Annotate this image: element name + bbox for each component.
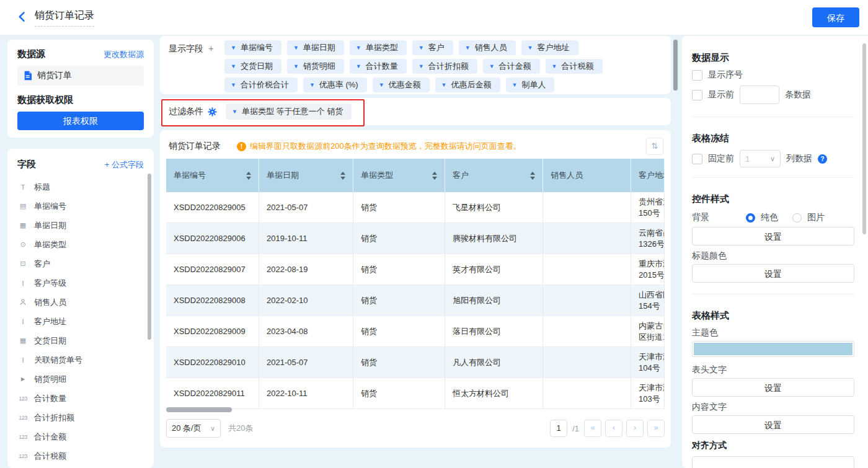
title-color-set-button[interactable]: 设置 xyxy=(692,264,854,283)
display-field-chip[interactable]: ▼合计税额 xyxy=(546,59,603,74)
add-field-icon[interactable]: + xyxy=(208,43,214,53)
freeze-columns-checkbox[interactable] xyxy=(692,154,702,164)
header-text-set-button[interactable]: 设置 xyxy=(692,378,854,397)
field-item[interactable]: 123合计金额 xyxy=(7,427,148,446)
display-field-chip[interactable]: ▼交货日期 xyxy=(224,59,281,74)
settings-panel: 数据显示 显示序号 显示前 条数据 表格冻结 固定前 1 ∨ 列数据 ? 控件样… xyxy=(682,36,868,468)
display-field-chip[interactable]: ▼合计折扣额 xyxy=(412,59,477,74)
freeze-unit-label: 列数据 xyxy=(786,153,812,164)
sort-icon[interactable] xyxy=(340,172,345,180)
prev-page-button[interactable]: ‹ xyxy=(605,420,622,437)
chevron-down-icon: ▼ xyxy=(231,82,236,88)
field-item[interactable]: 123合计折扣额 xyxy=(7,408,148,427)
display-field-chip[interactable]: ▼销售人员 xyxy=(459,40,516,55)
field-item[interactable]: ⊡客户 xyxy=(7,254,148,273)
fields-card: 字段 + 公式字段 T标题▤单据编号▦单据日期⊙单据类型⊡客户I客户等级销售人员… xyxy=(7,149,154,468)
sort-icon[interactable] xyxy=(246,172,251,180)
field-item[interactable]: ▤单据编号 xyxy=(7,196,148,216)
change-datasource-link[interactable]: 更改数据源 xyxy=(104,49,144,60)
display-field-chip[interactable]: ▼单据编号 xyxy=(224,40,281,55)
table-cell-address: 山西省阳154号 xyxy=(631,285,665,316)
table-row[interactable]: XSDD202208290072022-08-19销货英才有限公司重庆市渝201… xyxy=(166,254,665,285)
table-cell: XSDD20220829005 xyxy=(166,192,259,223)
column-header[interactable]: 销售人员 xyxy=(543,159,631,192)
display-field-chip[interactable]: ▼客户 xyxy=(412,40,453,55)
table-row[interactable]: XSDD202208290092023-04-08销货落日有限公司内蒙古自区街道… xyxy=(166,316,665,347)
report-permission-button[interactable]: 报表权限 xyxy=(17,112,144,130)
fields-scrollbar[interactable] xyxy=(148,174,151,340)
field-item[interactable]: I关联销货单号 xyxy=(7,350,148,369)
field-item[interactable]: ▦单据日期 xyxy=(7,216,148,235)
table-cell: 2021-05-07 xyxy=(259,347,353,377)
display-field-chip[interactable]: ▼优惠率 (%) xyxy=(303,77,367,92)
help-icon[interactable]: ? xyxy=(818,154,827,164)
datasource-title: 数据源 xyxy=(17,48,45,60)
settings-scrollbar[interactable] xyxy=(862,43,866,234)
display-field-chip[interactable]: ▼合计金额 xyxy=(483,59,540,74)
display-field-chip[interactable]: ▼销货明细 xyxy=(287,59,344,74)
display-field-chip[interactable]: ▼合计数量 xyxy=(350,59,407,74)
display-field-chip[interactable]: ▼客户地址 xyxy=(521,40,578,55)
display-field-chip[interactable]: ▼制单人 xyxy=(506,77,555,92)
table-row[interactable]: XSDD202208290052021-05-07销货飞星材料公司贵州省遵150… xyxy=(166,192,665,223)
table-row[interactable]: XSDD202208290062019-10-11销货腾骏材料有限公司云南省昆1… xyxy=(166,223,665,254)
field-item[interactable]: ▶销货明细 xyxy=(7,369,148,389)
sort-order-button[interactable]: ⇅ xyxy=(646,138,663,155)
table-row[interactable]: XSDD202208290082022-02-10销货旭阳有限公司山西省阳154… xyxy=(166,285,665,316)
content-text-set-button[interactable]: 设置 xyxy=(692,415,854,434)
column-header[interactable]: 单据类型 xyxy=(353,159,445,192)
display-field-chip[interactable]: ▼优惠后金额 xyxy=(435,77,500,92)
data-table: 单据编号单据日期单据类型客户销售人员客户地址 XSDD2022082900520… xyxy=(166,159,665,409)
image-radio[interactable] xyxy=(792,213,802,223)
first-page-button[interactable]: « xyxy=(584,420,601,437)
table-cell: 销货 xyxy=(353,223,445,254)
sort-icon[interactable] xyxy=(432,172,437,180)
column-header[interactable]: 单据编号 xyxy=(166,159,259,192)
solid-color-radio[interactable] xyxy=(746,213,755,223)
gear-icon[interactable] xyxy=(208,107,217,117)
formula-field-link[interactable]: + 公式字段 xyxy=(105,159,144,170)
table-cell: 2022-10-11 xyxy=(259,378,353,408)
table-row[interactable]: XSDD202208290112022-10-11销货恒太方材料公司天津市滨10… xyxy=(166,378,665,409)
next-page-button[interactable]: › xyxy=(626,420,644,437)
field-item[interactable]: 123合计税额 xyxy=(7,446,148,466)
current-page-input[interactable]: 1 xyxy=(550,420,567,437)
display-field-chip[interactable]: ▼优惠金额 xyxy=(373,77,430,92)
datasource-item[interactable]: 销货订单 xyxy=(17,66,144,86)
column-header[interactable]: 客户地址 xyxy=(631,159,665,192)
table-horizontal-scrollbar[interactable] xyxy=(166,407,232,412)
theme-color-swatch[interactable] xyxy=(692,341,854,357)
chevron-down-icon: ▼ xyxy=(293,63,299,69)
field-item[interactable]: I客户等级 xyxy=(7,273,148,293)
show-top-checkbox[interactable] xyxy=(692,90,702,100)
field-item[interactable]: I客户地址 xyxy=(7,312,148,331)
filter-card: 过滤条件 ▼ 单据类型 等于任意一个 销货 xyxy=(160,98,671,125)
display-field-chip[interactable]: ▼单据日期 xyxy=(287,40,344,55)
field-item[interactable]: 123合计数量 xyxy=(7,389,148,408)
page-size-select[interactable]: 20 条/页 ∨ xyxy=(166,419,221,438)
column-header[interactable]: 客户 xyxy=(445,159,543,192)
show-index-checkbox[interactable] xyxy=(692,70,702,81)
save-button[interactable]: 保存 xyxy=(812,7,859,27)
middle-scrollbar[interactable] xyxy=(673,40,678,91)
last-page-button[interactable]: » xyxy=(647,420,665,437)
back-icon[interactable] xyxy=(16,11,30,24)
freeze-count-select[interactable]: 1 ∨ xyxy=(740,150,781,167)
filter-condition-chip[interactable]: ▼ 单据类型 等于任意一个 销货 xyxy=(226,104,352,120)
column-header[interactable]: 单据日期 xyxy=(259,159,353,192)
field-item[interactable]: ▦交货日期 xyxy=(7,331,148,350)
table-row[interactable]: XSDD202208290102021-05-07销货凡人有限公司天津市滨104… xyxy=(166,347,665,378)
chip-label: 合计价税合计 xyxy=(241,79,289,91)
field-item[interactable]: 销售人员 xyxy=(7,293,148,312)
align-control[interactable] xyxy=(692,456,854,468)
display-field-chip[interactable]: ▼单据类型 xyxy=(350,40,407,55)
total-count-label: 共20条 xyxy=(228,423,253,434)
field-item[interactable]: T标题 xyxy=(7,177,148,196)
show-top-count-input[interactable] xyxy=(740,86,779,104)
sort-icon[interactable] xyxy=(530,172,535,180)
display-field-chip[interactable]: ▼合计价税合计 xyxy=(224,77,298,92)
table-cell: 销货 xyxy=(353,347,445,377)
field-item[interactable]: ⊙单据类型 xyxy=(7,235,148,254)
background-set-button[interactable]: 设置 xyxy=(692,227,854,245)
number-icon: 123 xyxy=(17,453,29,459)
